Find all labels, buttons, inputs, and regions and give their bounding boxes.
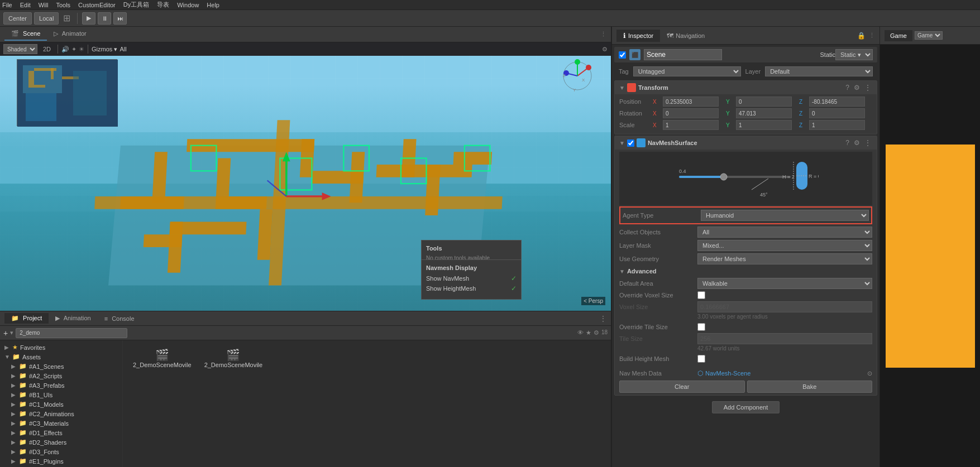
layer-mask-dropdown[interactable]: Mixed... — [697, 240, 872, 251]
object-name-input[interactable] — [644, 49, 722, 60]
use-geometry-dropdown[interactable]: Render Meshes — [697, 253, 872, 264]
position-z-input[interactable] — [809, 97, 865, 107]
rotation-y-input[interactable] — [736, 108, 792, 118]
menu-dy[interactable]: Dy工具箱 — [123, 1, 149, 9]
sz-label: Z — [799, 122, 807, 128]
build-height-checkbox[interactable] — [697, 355, 705, 363]
folder-c3[interactable]: ▶ 📁 #C3_Materials — [9, 418, 120, 428]
scale-z-input[interactable] — [809, 120, 865, 130]
tag-dropdown[interactable]: Untagged — [633, 66, 741, 76]
rotation-x-input[interactable] — [663, 108, 719, 118]
tab-game[interactable]: Game — [885, 30, 912, 41]
file-tree: ▶ ★ Favorites ▼ 📁 Assets ▶ 📁 #A1_Scenes — [0, 340, 123, 467]
transform-settings-btn[interactable]: ⚙ — [853, 84, 861, 92]
tab-navigation[interactable]: 🗺 Navigation — [660, 30, 711, 42]
tab-scene[interactable]: 🎬 Scene — [4, 28, 47, 41]
static-dropdown[interactable]: Static ▾ — [835, 49, 873, 60]
menu-tools[interactable]: Tools — [56, 2, 70, 8]
navmesh-more-btn[interactable]: ⋮ — [863, 139, 872, 147]
show-heightmesh-check[interactable]: ✓ — [511, 285, 517, 292]
folder-c1[interactable]: ▶ 📁 #C1_Models — [9, 399, 120, 409]
menu-will[interactable]: Will — [39, 2, 49, 8]
menu-customed[interactable]: CustomEditor — [78, 2, 116, 8]
layer-dropdown[interactable]: Default — [765, 66, 873, 76]
position-y-input[interactable] — [736, 97, 792, 107]
play-button[interactable]: ▶ — [82, 12, 95, 25]
folder-a3[interactable]: ▶ 📁 #A3_Prefabs — [9, 381, 120, 390]
override-tile-label: Override Tile Size — [619, 324, 697, 330]
scale-y-input[interactable] — [736, 120, 792, 130]
agent-type-dropdown[interactable]: Humanoid — [701, 210, 869, 221]
fi: 📁 — [19, 391, 27, 398]
default-area-label: Default Area — [619, 280, 697, 287]
tab-animation[interactable]: ▶ Animation — [49, 313, 97, 324]
navmesh-active-checkbox[interactable] — [627, 139, 634, 147]
panel-options[interactable]: ⋮ — [600, 315, 606, 322]
folder-d1[interactable]: ▶ 📁 #D1_Effects — [9, 428, 120, 437]
favorites-item[interactable]: ▶ ★ Favorites — [2, 343, 120, 352]
menu-file[interactable]: File — [2, 2, 12, 8]
2d-toggle[interactable]: 2D — [43, 46, 51, 52]
eye-icon[interactable]: 👁 — [577, 329, 584, 336]
transform-header[interactable]: ▼ Transform ? ⚙ ⋮ — [615, 81, 877, 94]
scale-x-input[interactable] — [663, 120, 719, 130]
gizmos-btn[interactable]: Gizmos ▾ — [92, 46, 117, 53]
file-item-2[interactable]: 🎬 2_DemoSceneMovile — [200, 346, 267, 370]
transform-help-btn[interactable]: ? — [844, 84, 850, 92]
position-x-input[interactable] — [663, 97, 719, 107]
tab-project[interactable]: 📁 Project — [4, 313, 49, 324]
pause-button[interactable]: ⏸ — [98, 12, 111, 25]
folder-a1[interactable]: ▶ 📁 #A1_Scenes — [9, 362, 120, 371]
advanced-section-header[interactable]: ▼ Advanced — [619, 266, 872, 277]
default-area-dropdown[interactable]: Walkable — [697, 278, 872, 289]
menu-daobiao[interactable]: 导表 — [157, 1, 169, 9]
override-tile-checkbox[interactable] — [697, 323, 705, 331]
shading-select[interactable]: Shaded — [3, 44, 37, 54]
ei: ▶ — [11, 430, 17, 436]
arrow-btn[interactable]: ▾ — [10, 329, 13, 336]
rotation-z-input[interactable] — [809, 108, 865, 118]
svg-text:0.4: 0.4 — [679, 168, 686, 174]
folder-d3[interactable]: ▶ 📁 #D3_Fonts — [9, 447, 120, 456]
menu-help[interactable]: Help — [207, 2, 219, 8]
assets-item[interactable]: ▼ 📁 Assets — [2, 352, 120, 362]
override-voxel-checkbox[interactable] — [697, 291, 705, 299]
folder-a2[interactable]: ▶ 📁 #A2_Scripts — [9, 371, 120, 381]
game-dropdown[interactable]: Game — [915, 31, 943, 40]
star-icon[interactable]: ★ — [586, 329, 591, 336]
inspector-lock-icon[interactable]: 🔒 — [857, 32, 866, 40]
folder-c2[interactable]: ▶ 📁 #C2_Animations — [9, 409, 120, 418]
add-btn[interactable]: + — [3, 329, 8, 338]
navmesh-settings-btn[interactable]: ⚙ — [853, 139, 861, 147]
folder-b1[interactable]: ▶ 📁 #B1_UIs — [9, 390, 120, 399]
step-button[interactable]: ⏭ — [113, 12, 127, 25]
nav-mesh-target-icon[interactable]: ⊙ — [867, 370, 872, 377]
inspector-more-icon[interactable]: ⋮ — [869, 32, 875, 39]
navmesh-header[interactable]: ▼ NavMeshSurface ? ⚙ ⋮ — [615, 136, 877, 150]
local-button[interactable]: Local — [34, 12, 59, 25]
transform-more-btn[interactable]: ⋮ — [863, 84, 872, 92]
tab-animator[interactable]: ▷ Animator — [47, 28, 93, 41]
tab-console[interactable]: ≡ Console — [98, 314, 141, 324]
add-component-button[interactable]: Add Component — [712, 401, 780, 413]
project-search-input[interactable] — [16, 328, 127, 338]
folder-e1[interactable]: ▶ 📁 #E1_Plugins — [9, 456, 120, 466]
all-btn[interactable]: All — [119, 46, 126, 52]
center-button[interactable]: Center — [3, 12, 32, 25]
bake-button[interactable]: Bake — [747, 381, 873, 393]
navmesh-help-btn[interactable]: ? — [844, 139, 850, 147]
show-navmesh-check[interactable]: ✓ — [511, 275, 517, 282]
settings-icon[interactable]: ⚙ — [594, 329, 599, 336]
svg-text:R = 0.5: R = 0.5 — [809, 174, 819, 179]
file-item-1[interactable]: 🎬 2_DemoSceneMovile — [128, 346, 196, 370]
collect-objects-dropdown[interactable]: All — [697, 227, 872, 238]
menu-edit[interactable]: Edit — [20, 2, 31, 8]
folder-d2[interactable]: ▶ 📁 #D2_Shaders — [9, 437, 120, 447]
object-active-checkbox[interactable] — [619, 51, 626, 59]
clear-button[interactable]: Clear — [619, 381, 745, 393]
scene-options-icon[interactable]: ⋮ — [600, 31, 606, 38]
tab-inspector[interactable]: ℹ Inspector — [616, 30, 660, 42]
audio-icon: 🔊 — [61, 46, 69, 53]
menu-window[interactable]: Window — [177, 2, 199, 8]
scene-settings-icon[interactable]: ⚙ — [602, 46, 608, 53]
